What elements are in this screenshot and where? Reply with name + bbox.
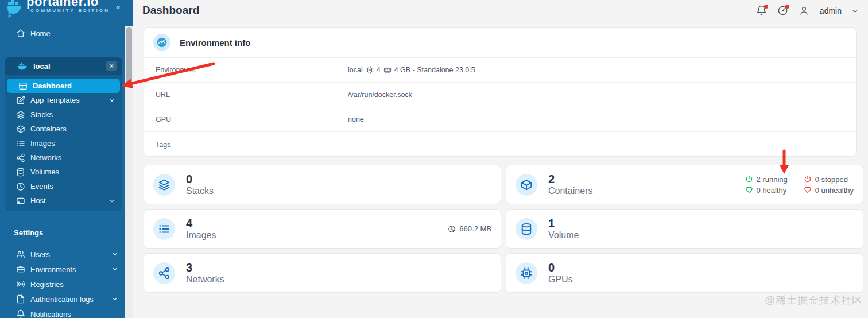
sidebar-item-label: Events [30, 182, 53, 191]
environment-block: local ✕ Dashboard App Templ [5, 57, 122, 211]
sidebar-item-networks[interactable]: Networks [5, 150, 122, 165]
user-icon[interactable] [799, 5, 810, 17]
heart-icon [804, 186, 812, 194]
top-bar-actions: admin [756, 0, 859, 22]
sidebar-scrollbar[interactable] [126, 27, 132, 84]
containers-card[interactable]: 2 Containers 2 running 0 stopped 0 healt… [506, 165, 863, 204]
sidebar-item-label: Home [30, 29, 51, 38]
networks-card[interactable]: 3 Networks [144, 253, 501, 293]
info-row-gpu: GPU none [144, 107, 856, 132]
layers-icon [16, 110, 25, 119]
sidebar-item-volumes[interactable]: Volumes [5, 165, 122, 179]
sidebar-item-events[interactable]: Events [5, 179, 122, 193]
broadcast-icon [16, 280, 25, 289]
sidebar-item-label: Images [30, 139, 55, 148]
sidebar-item-environments[interactable]: Environments [0, 262, 125, 277]
environment-header[interactable]: local ✕ [5, 57, 122, 75]
chevron-down-icon [108, 97, 115, 104]
update-status-icon[interactable] [777, 5, 789, 17]
chevron-down-icon [108, 197, 115, 204]
row-value: - [348, 141, 350, 149]
close-icon[interactable]: ✕ [106, 61, 117, 71]
panel-title: Environment info [180, 38, 250, 48]
sidebar-item-label: Users [30, 250, 50, 259]
sidebar-item-label: Networks [30, 153, 61, 162]
chevron-down-icon [111, 296, 118, 303]
sidebar-item-home[interactable]: Home [0, 26, 125, 41]
images-card[interactable]: 4 Images 660.2 MB [144, 209, 501, 249]
stopped-status: 0 stopped [804, 175, 854, 184]
sidebar-item-host[interactable]: Host [5, 193, 122, 208]
sidebar-item-label: Host [30, 196, 46, 205]
sidebar-item-dashboard[interactable]: Dashboard [7, 79, 120, 93]
info-row-url: URL /var/run/docker.sock [144, 83, 856, 107]
images-size-text: 660.2 MB [459, 224, 491, 233]
sidebar-item-users[interactable]: Users [0, 247, 125, 262]
networks-count: 3 [186, 261, 224, 274]
top-bar: Dashboard admin [133, 0, 868, 22]
unhealthy-text: 0 unhealthy [815, 186, 854, 195]
sidebar-item-stacks[interactable]: Stacks [5, 107, 122, 122]
gpus-count: 0 [548, 261, 573, 274]
cpu-icon [366, 66, 374, 74]
hard-drive-icon [16, 265, 25, 274]
edit-icon [16, 96, 25, 105]
containers-count: 2 [548, 173, 592, 185]
docker-whale-icon [17, 62, 28, 71]
share-nodes-icon [153, 262, 175, 284]
layers-icon [153, 174, 175, 196]
healthy-text: 0 healthy [757, 186, 787, 195]
sidebar-item-notifications[interactable]: Notifications [0, 307, 125, 318]
chevron-down-icon [111, 266, 118, 273]
stacks-card[interactable]: 0 Stacks [144, 165, 501, 204]
volume-label: Volume [548, 230, 579, 241]
row-label: Tags [156, 141, 348, 149]
containers-statuses: 2 running 0 stopped 0 healthy 0 unhealth… [745, 175, 854, 195]
sidebar-item-label: Registries [30, 280, 64, 289]
database-icon [16, 168, 25, 177]
containers-label: Containers [548, 186, 592, 196]
environment-menu: Dashboard App Templates [5, 75, 122, 208]
server-icon [16, 196, 25, 205]
volume-count: 1 [548, 217, 579, 230]
sidebar-item-label: Containers [30, 125, 67, 133]
update-badge [785, 5, 789, 9]
list-icon [16, 139, 25, 148]
cube-icon [16, 125, 25, 134]
portainer-logo-icon [7, 0, 22, 18]
running-status: 2 running [745, 175, 788, 184]
notification-badge [764, 5, 768, 9]
environment-name-value: local [348, 66, 363, 74]
images-count: 4 [186, 217, 216, 230]
sidebar-item-label: Authentication logs [30, 295, 94, 304]
sidebar-collapse-icon[interactable]: « [113, 1, 124, 13]
sidebar-item-label: App Templates [30, 96, 80, 104]
row-label: Environment [156, 66, 348, 74]
volume-card[interactable]: 1 Volume [506, 209, 863, 249]
notifications-bell-icon[interactable] [756, 5, 768, 17]
sidebar-item-label: Dashboard [33, 82, 72, 90]
info-row-tags: Tags - [144, 132, 856, 157]
sidebar-item-app-templates[interactable]: App Templates [5, 93, 122, 107]
home-icon [16, 29, 25, 38]
user-menu[interactable]: admin [820, 6, 842, 15]
sidebar-item-images[interactable]: Images [5, 136, 122, 150]
sidebar-item-containers[interactable]: Containers [5, 122, 122, 136]
cube-icon [516, 174, 537, 196]
bell-icon [16, 309, 25, 318]
file-icon [16, 294, 25, 304]
gpus-card[interactable]: 0 GPUs [506, 253, 863, 293]
sidebar-item-registries[interactable]: Registries [0, 277, 125, 292]
pie-chart-icon [448, 225, 456, 233]
row-value: /var/run/docker.sock [348, 91, 412, 99]
environment-info-panel: Environment info Environment local 4 4 G… [144, 27, 857, 157]
page-title: Dashboard [142, 4, 199, 17]
list-icon [153, 218, 175, 240]
chevron-down-icon[interactable] [851, 7, 859, 15]
sidebar-item-authentication-logs[interactable]: Authentication logs [0, 292, 125, 307]
gpus-label: GPUs [548, 274, 573, 285]
unhealthy-status: 0 unhealthy [804, 186, 854, 195]
networks-label: Networks [186, 274, 224, 285]
settings-menu: Users Environments [0, 247, 125, 318]
settings-section-header: Settings [14, 228, 43, 237]
